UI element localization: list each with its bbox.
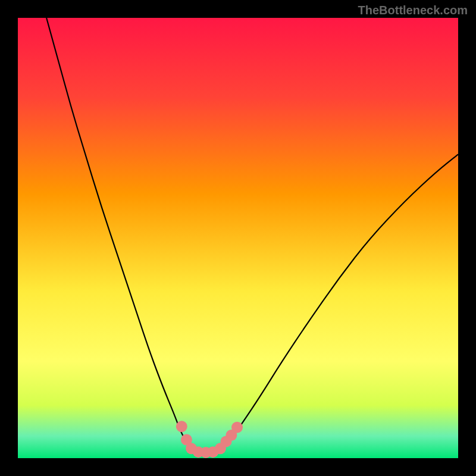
watermark-text: TheBottleneck.com <box>358 4 468 17</box>
data-marker <box>176 421 187 432</box>
plot-background <box>18 18 458 458</box>
data-marker <box>231 422 243 433</box>
chart-svg <box>0 0 476 476</box>
